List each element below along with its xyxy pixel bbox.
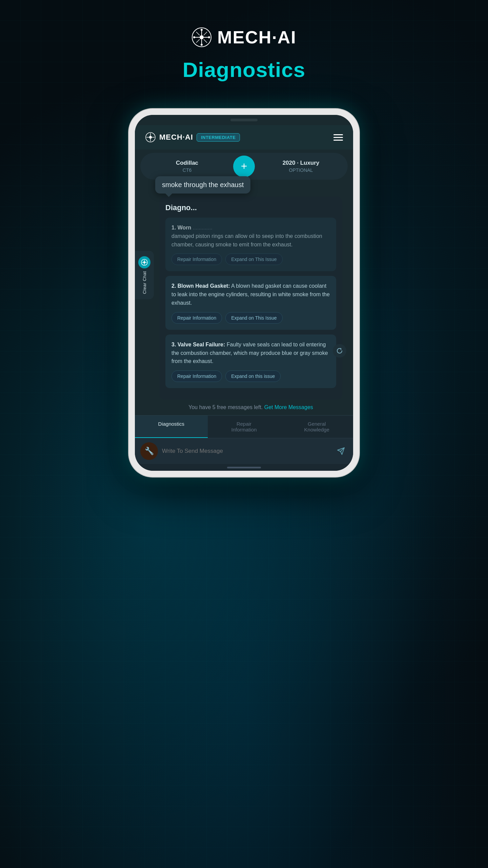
- vehicle-selector: Codillac CT6 + 2020 · Luxury OPTIONAL: [140, 153, 348, 180]
- svg-line-8: [204, 32, 207, 35]
- refresh-button[interactable]: [333, 344, 346, 358]
- logo-area: MECH·AI: [191, 27, 297, 47]
- app-logo-text: MECH·AI: [159, 133, 193, 142]
- diag-card-3-actions: Repair Information Expand on this issue: [171, 370, 330, 382]
- vehicle-right[interactable]: 2020 · Luxury OPTIONAL: [256, 155, 346, 178]
- svg-line-7: [204, 39, 207, 43]
- svg-point-15: [149, 136, 152, 139]
- diag-card-2-text: 2. Blown Head Gasket: A blown head gaske…: [171, 282, 330, 307]
- svg-point-13: [208, 36, 210, 38]
- diag-card-1-actions: Repair Information Expand on This Issue: [171, 254, 330, 265]
- svg-point-11: [201, 44, 203, 46]
- vehicle-add-button[interactable]: +: [233, 156, 255, 177]
- vehicle-left[interactable]: Codillac CT6: [142, 155, 232, 178]
- diag-card-3-title: 3. Valve Seal Failure:: [171, 342, 225, 347]
- vehicle-right-label: 2020 · Luxury: [260, 160, 342, 166]
- tab-general-label: GeneralKnowledge: [304, 421, 329, 432]
- diag-card-2: 2. Blown Head Gasket: A blown head gaske…: [165, 276, 336, 329]
- diag-card-1-expand-btn[interactable]: Expand on This Issue: [225, 254, 282, 265]
- diag-card-3-text: 3. Valve Seal Failure: Faulty valve seal…: [171, 341, 330, 366]
- logo-text: MECH·AI: [217, 27, 297, 47]
- diag-card-1-number: 1. Worn: [171, 225, 191, 230]
- clear-chat-label: Clear Chat: [142, 271, 147, 294]
- hamburger-line-1: [333, 134, 343, 135]
- svg-point-12: [193, 36, 195, 38]
- free-messages-text: You have 5 free messages left.: [188, 404, 263, 410]
- svg-line-6: [196, 32, 200, 35]
- phone-inner: MECH·AI INTERMEDIATE Codillac CT6 + 2020…: [135, 115, 353, 471]
- tab-diagnostics-label: Diagnostics: [158, 421, 185, 427]
- vehicle-left-label: Codillac: [146, 160, 228, 166]
- tab-diagnostics[interactable]: Diagnostics: [135, 416, 208, 438]
- phone-bottom: [135, 464, 353, 471]
- speech-bubble-text: smoke through the exhaust: [162, 181, 244, 188]
- diag-card-2-actions: Repair Information Expand on This Issue: [171, 312, 330, 324]
- svg-point-1: [200, 35, 204, 39]
- diag-card-3-expand-btn[interactable]: Expand on this issue: [225, 370, 281, 382]
- diag-card-3: 3. Valve Seal Failure: Faulty valve seal…: [165, 335, 336, 388]
- svg-point-10: [201, 29, 203, 31]
- chat-header: Diagno...: [165, 203, 336, 212]
- send-button[interactable]: [334, 444, 348, 458]
- app-logo-icon: [145, 132, 156, 143]
- chat-area: Diagno... 1. Worn ............. damaged …: [159, 197, 342, 400]
- phone-speaker: [230, 119, 258, 121]
- svg-point-21: [143, 261, 145, 263]
- free-messages-bar: You have 5 free messages left. Get More …: [154, 400, 348, 415]
- hamburger-line-2: [333, 137, 343, 138]
- vehicle-right-sublabel: OPTIONAL: [260, 167, 342, 173]
- badge-intermediate: INTERMEDIATE: [197, 133, 240, 142]
- diag-card-2-title: 2. Blown Head Gasket:: [171, 283, 230, 289]
- message-input[interactable]: [162, 448, 330, 455]
- obd-icon: 🔧: [140, 442, 158, 460]
- diag-card-1-description: damaged piston rings can allow oil to se…: [171, 233, 322, 247]
- app-header: MECH·AI INTERMEDIATE: [135, 125, 353, 149]
- diag-card-1-text: 1. Worn ............. damaged piston rin…: [171, 224, 330, 249]
- tab-general-knowledge[interactable]: GeneralKnowledge: [280, 416, 353, 438]
- diag-card-1-title-faded: .............: [193, 225, 212, 230]
- top-branding: MECH·AI Diagnostics: [183, 27, 305, 82]
- diag-card-1-repair-btn[interactable]: Repair Information: [171, 254, 222, 265]
- mechai-logo-icon: [191, 27, 212, 47]
- hamburger-button[interactable]: [333, 134, 343, 141]
- hamburger-line-3: [333, 140, 343, 141]
- diagnostics-header-text: Diagno: [165, 203, 191, 212]
- phone-frame: MECH·AI INTERMEDIATE Codillac CT6 + 2020…: [129, 109, 359, 477]
- diag-card-2-repair-btn[interactable]: Repair Information: [171, 312, 222, 324]
- app-logo-small: MECH·AI INTERMEDIATE: [145, 132, 240, 143]
- get-more-messages-link[interactable]: Get More Messages: [264, 404, 313, 410]
- clear-chat-sidebar[interactable]: Clear Chat: [135, 251, 154, 299]
- message-input-bar: 🔧: [135, 438, 353, 464]
- diag-card-2-expand-btn[interactable]: Expand on This Issue: [225, 312, 282, 324]
- tab-repair-label: RepairInformation: [231, 421, 257, 432]
- tab-repair-information[interactable]: RepairInformation: [208, 416, 281, 438]
- phone-home-indicator: [227, 467, 261, 468]
- vehicle-left-sublabel: CT6: [146, 167, 228, 173]
- phone-notch: [135, 115, 353, 125]
- svg-line-9: [196, 39, 200, 43]
- speech-bubble: smoke through the exhaust: [155, 176, 250, 194]
- diag-card-1: 1. Worn ............. damaged piston rin…: [165, 218, 336, 271]
- clear-chat-avatar: [138, 256, 150, 268]
- diag-card-3-repair-btn[interactable]: Repair Information: [171, 370, 222, 382]
- page-title: Diagnostics: [183, 58, 305, 82]
- bottom-tabs: Diagnostics RepairInformation GeneralKno…: [135, 415, 353, 438]
